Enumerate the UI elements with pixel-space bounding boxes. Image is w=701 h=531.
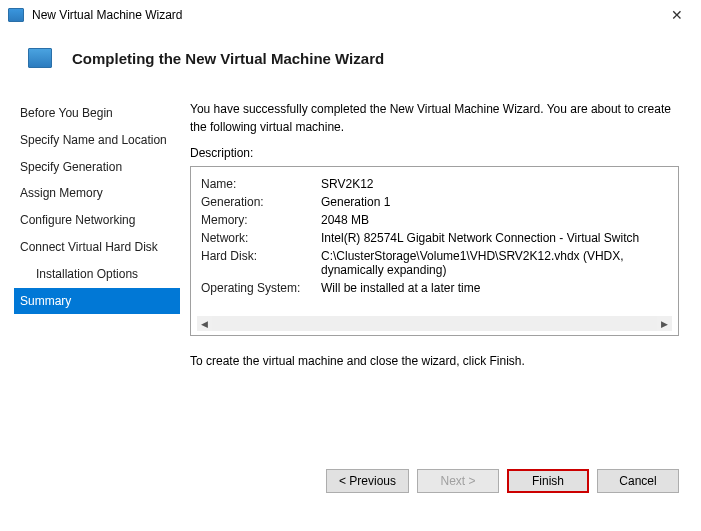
sidebar-item-specify-name[interactable]: Specify Name and Location (14, 127, 180, 154)
sidebar-item-connect-vhd[interactable]: Connect Virtual Hard Disk (14, 234, 180, 261)
next-button: Next > (417, 469, 499, 493)
previous-button[interactable]: < Previous (326, 469, 409, 493)
table-row: Memory:2048 MB (201, 211, 668, 229)
wizard-steps-sidebar: Before You Begin Specify Name and Locati… (0, 86, 180, 436)
table-row: Name:SRV2K12 (201, 175, 668, 193)
sidebar-item-summary[interactable]: Summary (14, 288, 180, 315)
scroll-left-icon[interactable]: ◀ (197, 316, 212, 331)
summary-value: 2048 MB (321, 211, 668, 229)
titlebar-left: New Virtual Machine Wizard (8, 8, 183, 22)
closing-text: To create the virtual machine and close … (190, 352, 679, 370)
summary-value: C:\ClusterStorage\Volume1\VHD\SRV2K12.vh… (321, 247, 668, 279)
sidebar-item-specify-generation[interactable]: Specify Generation (14, 154, 180, 181)
content-area: Before You Begin Specify Name and Locati… (0, 86, 701, 436)
cancel-button[interactable]: Cancel (597, 469, 679, 493)
summary-key: Generation: (201, 193, 321, 211)
summary-value: SRV2K12 (321, 175, 668, 193)
page-title: Completing the New Virtual Machine Wizar… (72, 50, 384, 67)
scrollbar-track[interactable] (212, 316, 657, 331)
sidebar-item-assign-memory[interactable]: Assign Memory (14, 180, 180, 207)
summary-key: Name: (201, 175, 321, 193)
sidebar-item-installation-options[interactable]: Installation Options (14, 261, 180, 288)
table-row: Network:Intel(R) 82574L Gigabit Network … (201, 229, 668, 247)
table-row: Hard Disk:C:\ClusterStorage\Volume1\VHD\… (201, 247, 668, 279)
scroll-right-icon[interactable]: ▶ (657, 316, 672, 331)
sidebar-item-before-you-begin[interactable]: Before You Begin (14, 100, 180, 127)
window-title: New Virtual Machine Wizard (32, 8, 183, 22)
app-icon (8, 8, 24, 22)
summary-value: Intel(R) 82574L Gigabit Network Connecti… (321, 229, 668, 247)
table-row: Operating System:Will be installed at a … (201, 279, 668, 297)
wizard-header: Completing the New Virtual Machine Wizar… (0, 30, 701, 86)
summary-key: Hard Disk: (201, 247, 321, 279)
sidebar-item-configure-networking[interactable]: Configure Networking (14, 207, 180, 234)
wizard-icon (28, 48, 52, 68)
summary-value: Will be installed at a later time (321, 279, 668, 297)
finish-button[interactable]: Finish (507, 469, 589, 493)
table-row: Generation:Generation 1 (201, 193, 668, 211)
description-box: Name:SRV2K12 Generation:Generation 1 Mem… (190, 166, 679, 336)
wizard-footer: < Previous Next > Finish Cancel (304, 451, 701, 511)
summary-key: Memory: (201, 211, 321, 229)
intro-text: You have successfully completed the New … (190, 100, 679, 136)
summary-table: Name:SRV2K12 Generation:Generation 1 Mem… (201, 175, 668, 297)
summary-value: Generation 1 (321, 193, 668, 211)
close-icon[interactable]: ✕ (663, 5, 691, 25)
summary-key: Operating System: (201, 279, 321, 297)
description-label: Description: (190, 146, 679, 160)
titlebar: New Virtual Machine Wizard ✕ (0, 0, 701, 30)
summary-key: Network: (201, 229, 321, 247)
horizontal-scrollbar[interactable]: ◀ ▶ (197, 316, 672, 331)
main-panel: You have successfully completed the New … (180, 86, 701, 436)
